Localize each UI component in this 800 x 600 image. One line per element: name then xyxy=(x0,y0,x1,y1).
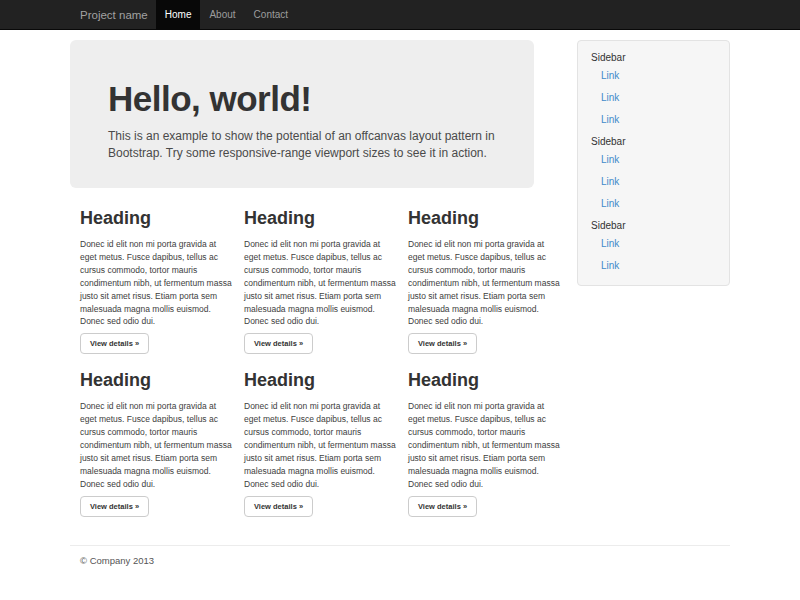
navbar-brand[interactable]: Project name xyxy=(70,0,156,30)
sidebar-column: Sidebar Link Link Link Sidebar Link Link… xyxy=(577,40,730,286)
sidebar-group-2: Sidebar Link Link Link xyxy=(591,135,717,215)
card-body-text: Donec id elit non mi porta gravida at eg… xyxy=(408,400,560,490)
feature-card: Heading Donec id elit non mi porta gravi… xyxy=(408,370,560,516)
nav-item-about[interactable]: About xyxy=(200,0,244,30)
card-heading: Heading xyxy=(408,370,560,391)
cards-row-2: Heading Donec id elit non mi porta gravi… xyxy=(80,370,572,516)
card-heading: Heading xyxy=(408,208,560,229)
top-navbar: Project name Home About Contact xyxy=(0,0,800,30)
sidebar-group-1: Sidebar Link Link Link xyxy=(591,51,717,131)
feature-card: Heading Donec id elit non mi porta gravi… xyxy=(80,370,232,516)
copyright-text: © Company 2013 xyxy=(80,555,730,566)
page-footer: © Company 2013 xyxy=(70,545,730,566)
feature-card: Heading Donec id elit non mi porta gravi… xyxy=(408,208,560,354)
card-heading: Heading xyxy=(244,208,396,229)
sidebar-link[interactable]: Link xyxy=(591,149,717,171)
card-heading: Heading xyxy=(244,370,396,391)
page-title: Hello, world! xyxy=(108,78,496,120)
sidebar-link[interactable]: Link xyxy=(591,171,717,193)
sidebar-link[interactable]: Link xyxy=(591,65,717,87)
card-heading: Heading xyxy=(80,208,232,229)
card-heading: Heading xyxy=(80,370,232,391)
sidebar-link[interactable]: Link xyxy=(591,193,717,215)
card-body-text: Donec id elit non mi porta gravida at eg… xyxy=(244,400,396,490)
sidebar-link[interactable]: Link xyxy=(591,109,717,131)
view-details-button[interactable]: View details » xyxy=(80,496,149,517)
cards-row-1: Heading Donec id elit non mi porta gravi… xyxy=(80,208,572,354)
feature-card: Heading Donec id elit non mi porta gravi… xyxy=(244,208,396,354)
card-body-text: Donec id elit non mi porta gravida at eg… xyxy=(244,238,396,328)
navbar-container: Project name Home About Contact xyxy=(70,0,730,30)
card-body-text: Donec id elit non mi porta gravida at eg… xyxy=(80,238,232,328)
page-content: Hello, world! This is an example to show… xyxy=(70,30,730,533)
card-body-text: Donec id elit non mi porta gravida at eg… xyxy=(80,400,232,490)
nav-item-home[interactable]: Home xyxy=(156,0,201,30)
sidebar-group-label: Sidebar xyxy=(591,219,717,233)
sidebar-link[interactable]: Link xyxy=(591,233,717,255)
feature-card: Heading Donec id elit non mi porta gravi… xyxy=(80,208,232,354)
view-details-button[interactable]: View details » xyxy=(408,496,477,517)
jumbotron: Hello, world! This is an example to show… xyxy=(70,40,534,188)
view-details-button[interactable]: View details » xyxy=(408,333,477,354)
feature-card: Heading Donec id elit non mi porta gravi… xyxy=(244,370,396,516)
card-body-text: Donec id elit non mi porta gravida at eg… xyxy=(408,238,560,328)
sidebar-group-label: Sidebar xyxy=(591,135,717,149)
sidebar-link[interactable]: Link xyxy=(591,255,717,277)
sidebar-panel: Sidebar Link Link Link Sidebar Link Link… xyxy=(577,40,730,286)
nav-item-contact[interactable]: Contact xyxy=(245,0,297,30)
main-column: Hello, world! This is an example to show… xyxy=(70,40,534,533)
view-details-button[interactable]: View details » xyxy=(244,496,313,517)
jumbotron-description: This is an example to show the potential… xyxy=(108,128,496,162)
view-details-button[interactable]: View details » xyxy=(244,333,313,354)
sidebar-link[interactable]: Link xyxy=(591,87,717,109)
sidebar-group-label: Sidebar xyxy=(591,51,717,65)
sidebar-group-3: Sidebar Link Link xyxy=(591,219,717,277)
view-details-button[interactable]: View details » xyxy=(80,333,149,354)
